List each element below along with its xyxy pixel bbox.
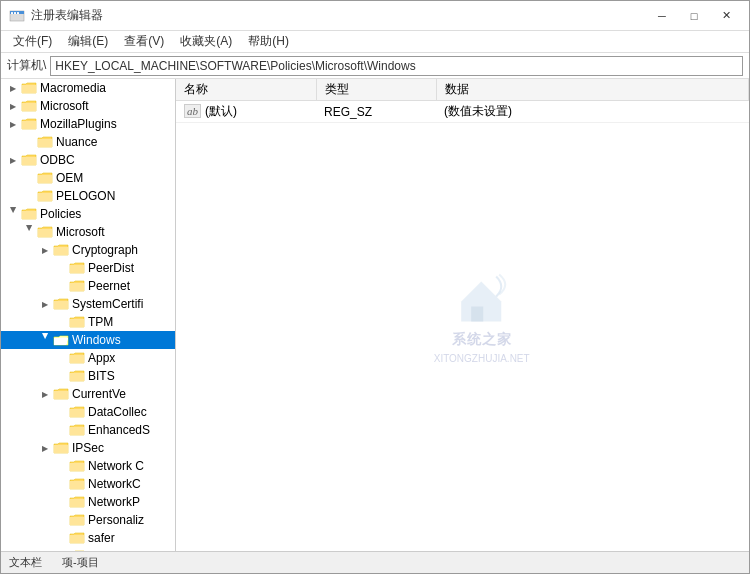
folder-icon [21, 99, 37, 113]
folder-icon [21, 81, 37, 95]
folder-icon [53, 297, 69, 311]
expand-arrow[interactable]: ▶ [5, 156, 21, 165]
expand-arrow[interactable]: ▶ [41, 332, 50, 348]
tree-label: CurrentVe [72, 387, 126, 401]
tree-item-peernet[interactable]: ▶ Peernet [1, 277, 175, 295]
tree-label: safer [88, 531, 115, 545]
menu-bar: 文件(F) 编辑(E) 查看(V) 收藏夹(A) 帮助(H) [1, 31, 749, 53]
tree-item-systemcertifi[interactable]: ▶ SystemCertifi [1, 295, 175, 313]
tree-item-ipsec[interactable]: ▶ IPSec [1, 439, 175, 457]
tree-item-macromedia[interactable]: ▶ Macromedia [1, 79, 175, 97]
tree-item-networkp[interactable]: ▶ NetworkP [1, 493, 175, 511]
tree-item-microsoft1[interactable]: ▶ Microsoft [1, 97, 175, 115]
menu-favorites[interactable]: 收藏夹(A) [172, 31, 240, 52]
folder-open-icon [53, 333, 69, 347]
tree-item-currentve[interactable]: ▶ CurrentVe [1, 385, 175, 403]
folder-icon [53, 243, 69, 257]
expand-arrow[interactable]: ▶ [5, 120, 21, 129]
tree-item-personaliz[interactable]: ▶ Personaliz [1, 511, 175, 529]
address-input[interactable] [50, 56, 743, 76]
tree-label: Nuance [56, 135, 97, 149]
tree-label: BITS [88, 369, 115, 383]
tree-item-odbc[interactable]: ▶ ODBC [1, 151, 175, 169]
tree-item-safer[interactable]: ▶ safer [1, 529, 175, 547]
tree-item-windows[interactable]: ▶ Windows [1, 331, 175, 349]
expand-arrow[interactable]: ▶ [37, 300, 53, 309]
folder-icon [69, 531, 85, 545]
tree-label: Personaliz [88, 513, 144, 527]
folder-icon [69, 405, 85, 419]
tree-label: NetworkC [88, 477, 141, 491]
watermark-text: 系统之家 [452, 331, 512, 349]
tree-item-cryptograph[interactable]: ▶ Cryptograph [1, 241, 175, 259]
tree-item-networkc2[interactable]: ▶ NetworkC [1, 475, 175, 493]
tree-label: Microsoft [56, 225, 105, 239]
title-bar: 注册表编辑器 ─ □ ✕ [1, 1, 749, 31]
svg-rect-4 [17, 12, 19, 14]
expand-arrow[interactable]: ▶ [5, 84, 21, 93]
window-title: 注册表编辑器 [31, 7, 103, 24]
tree-label: Network C [88, 459, 144, 473]
expand-arrow[interactable]: ▶ [5, 102, 21, 111]
tree-item-tpm[interactable]: ▶ TPM [1, 313, 175, 331]
tree-item-policies-microsoft[interactable]: ▶ Microsoft [1, 223, 175, 241]
watermark-logo-icon [442, 267, 522, 327]
expand-arrow[interactable]: ▶ [25, 224, 34, 240]
col-type: 类型 [316, 79, 436, 101]
tree-item-appx[interactable]: ▶ Appx [1, 349, 175, 367]
folder-icon [69, 549, 85, 551]
table-row[interactable]: ab(默认) REG_SZ (数值未设置) [176, 101, 749, 123]
tree-label: TPM [88, 315, 113, 329]
tree-item-mozillaplugins[interactable]: ▶ MozillaPlugins [1, 115, 175, 133]
tree-item-policies[interactable]: ▶ Policies [1, 205, 175, 223]
menu-file[interactable]: 文件(F) [5, 31, 60, 52]
tree-label: Windows [72, 333, 121, 347]
folder-icon [69, 513, 85, 527]
expand-arrow[interactable]: ▶ [9, 206, 18, 222]
tree-item-oem[interactable]: ▶ OEM [1, 169, 175, 187]
tree-item-bits[interactable]: ▶ BITS [1, 367, 175, 385]
tree-label: EnhancedS [88, 423, 150, 437]
cell-type: REG_SZ [316, 101, 436, 123]
cell-name: ab(默认) [176, 101, 316, 123]
folder-icon [69, 423, 85, 437]
folder-icon [37, 189, 53, 203]
folder-icon [69, 279, 85, 293]
col-data: 数据 [436, 79, 749, 101]
tree-label: Cryptograph [72, 243, 138, 257]
menu-edit[interactable]: 编辑(E) [60, 31, 116, 52]
tree-label: Peernet [88, 279, 130, 293]
tree-item-networkc1[interactable]: ▶ Network C [1, 457, 175, 475]
folder-icon [37, 135, 53, 149]
menu-help[interactable]: 帮助(H) [240, 31, 297, 52]
maximize-button[interactable]: □ [679, 6, 709, 26]
folder-icon [37, 225, 53, 239]
tree-label: Appx [88, 351, 115, 365]
tree-label: Policies [40, 207, 81, 221]
svg-rect-2 [11, 12, 13, 14]
tree-label: ODBC [40, 153, 75, 167]
tree-item-nuance[interactable]: ▶ Nuance [1, 133, 175, 151]
minimize-button[interactable]: ─ [647, 6, 677, 26]
folder-icon [21, 153, 37, 167]
tree-label: PeerDist [88, 261, 134, 275]
status-bar: 文本栏 项-项目 [1, 551, 749, 573]
tree-label: IPSec [72, 441, 104, 455]
tree-item-datacollec[interactable]: ▶ DataCollec [1, 403, 175, 421]
expand-arrow[interactable]: ▶ [37, 390, 53, 399]
folder-icon [37, 171, 53, 185]
tree-item-peerdist[interactable]: ▶ PeerDist [1, 259, 175, 277]
tree-item-pelogon[interactable]: ▶ PELOGON [1, 187, 175, 205]
folder-icon [69, 261, 85, 275]
tree-panel[interactable]: ▶ Macromedia ▶ Microsoft ▶ MozillaPlugin… [1, 79, 176, 551]
svg-rect-6 [472, 307, 484, 322]
close-button[interactable]: ✕ [711, 6, 741, 26]
tree-item-enhanceds[interactable]: ▶ EnhancedS [1, 421, 175, 439]
tree-label: SystemCertifi [72, 297, 143, 311]
tree-label: OEM [56, 171, 83, 185]
menu-view[interactable]: 查看(V) [116, 31, 172, 52]
title-bar-left: 注册表编辑器 [9, 7, 103, 24]
folder-icon [21, 207, 37, 221]
expand-arrow[interactable]: ▶ [37, 444, 53, 453]
expand-arrow[interactable]: ▶ [37, 246, 53, 255]
